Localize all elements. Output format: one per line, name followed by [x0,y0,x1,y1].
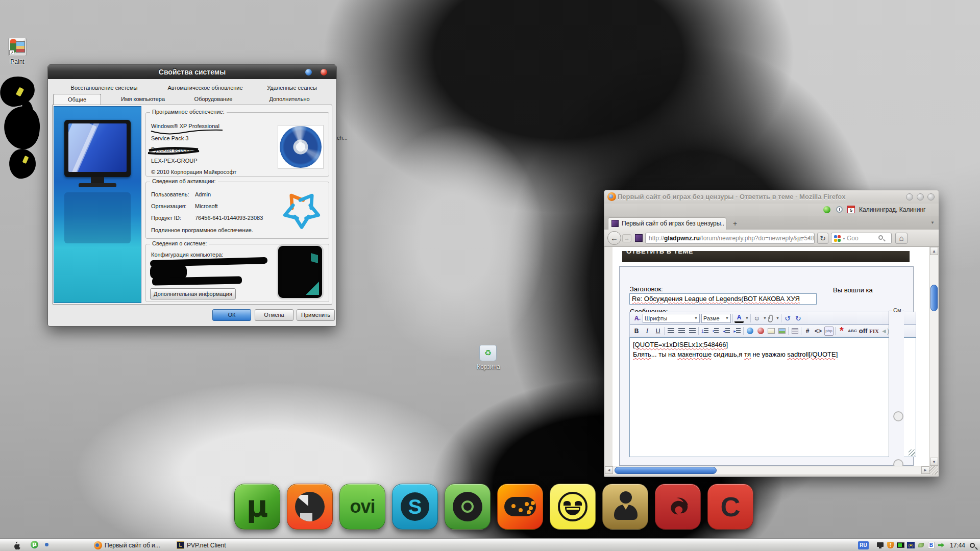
quote-icon[interactable] [790,327,799,336]
new-tab-button[interactable]: + [729,219,741,229]
close-button[interactable] [927,193,935,201]
align-center-icon[interactable] [677,327,686,336]
close-button[interactable] [321,69,327,76]
smiley-dropdown-icon[interactable]: ▼ [763,316,767,320]
ok-button[interactable]: ОК [212,309,251,321]
message-textarea[interactable]: [QUOTE=x1xDISELx1x;548466] Блять... ты н… [629,337,916,457]
paint-label[interactable]: Paint [3,58,32,65]
tab-remote-sessions[interactable]: Удаленные сеансы [251,83,333,92]
minimize-button[interactable] [906,193,913,201]
align-left-icon[interactable] [666,327,675,336]
tab-system-restore[interactable]: Восстановление системы [58,83,150,92]
clock-icon[interactable] [836,206,843,213]
indent-icon[interactable]: ▸ [732,327,742,336]
insert-link-icon[interactable] [745,327,754,336]
power-icon[interactable] [897,541,904,549]
window-resize-grip[interactable] [929,466,938,474]
scroll-down-icon[interactable]: ▼ [930,458,938,466]
start-apple-icon[interactable] [12,540,21,549]
fix-icon[interactable]: FIX [869,327,879,336]
list-all-tabs-icon[interactable]: ▼ [930,220,935,225]
apply-button[interactable]: Применить [297,309,335,321]
search-magnifier-icon[interactable] [878,235,883,240]
font-color-icon[interactable]: A [734,314,744,323]
undo-icon[interactable]: ↺ [783,314,792,323]
tab-advanced[interactable]: Дополнительно [251,94,328,104]
dialog-titlebar[interactable]: Свойства системы [48,65,336,79]
maximize-button[interactable] [917,193,924,201]
tab-general[interactable]: Общие [53,94,101,105]
dock-c-app-icon[interactable]: C [707,484,753,530]
dock-contacts-icon[interactable] [602,484,648,530]
smiley-image[interactable] [893,411,903,421]
size-select[interactable]: Разме▼ [701,314,731,323]
underline-icon[interactable]: U [653,327,663,336]
search-engine-dropdown-icon[interactable]: ▼ [842,237,846,240]
url-dropdown-icon[interactable]: ▼ [807,234,811,244]
language-indicator[interactable]: RU [858,541,869,549]
font-select[interactable]: Шрифты▼ [643,314,700,323]
dock-utorrent-icon[interactable]: µ [234,484,280,530]
safely-remove-icon[interactable] [938,541,945,549]
abc-icon[interactable]: ABC [848,327,857,336]
off-icon[interactable]: off [859,327,868,336]
clock-time[interactable]: 17:44 [948,542,967,549]
horizontal-scrollbar[interactable]: ◄ ► [605,466,929,474]
recycle-bin-icon[interactable]: ♻ [479,345,497,361]
firefox-titlebar[interactable]: Первый сайт об играх без цензуры - Ответ… [604,190,939,204]
redo-icon[interactable]: ↻ [794,314,803,323]
search-magnifier-icon[interactable] [970,543,975,548]
security-shield-icon[interactable]: ! [887,541,894,549]
more-info-button[interactable]: Дополнительная информация [150,288,236,299]
tab-automatic-updates[interactable]: Автоматическое обновление [156,83,254,92]
dock-games-icon[interactable] [497,484,543,530]
status-orb-icon[interactable] [823,206,830,213]
minimize-button[interactable] [305,69,312,76]
insert-email-icon[interactable] [767,327,776,336]
taskbar-task-pvpnet[interactable]: L PVP.net Client [174,540,229,550]
weather-city[interactable]: Калининград, Калининг [859,206,939,213]
code-icon[interactable]: <> [814,327,823,336]
scroll-left-icon[interactable]: ◄ [605,466,613,474]
italic-icon[interactable]: I [643,327,652,336]
network-icon[interactable] [876,541,884,549]
hash-icon[interactable]: # [803,327,812,336]
google-logo-icon[interactable] [834,235,841,242]
remove-format-icon[interactable]: A̶ [632,314,641,323]
ordered-list-icon[interactable]: 1 [700,327,709,336]
volume-icon[interactable]: (●) [907,541,915,549]
active-tab[interactable]: Первый сайт об играх без цензуры... [608,217,726,230]
recycle-bin-label[interactable]: Корзина [473,363,504,370]
taskbar-task-firefox[interactable]: Первый сайт об и... [91,540,163,550]
home-button[interactable]: ⌂ [895,233,908,244]
back-button[interactable]: ← [607,231,621,245]
outdent-icon[interactable]: ◂ [722,327,731,336]
forward-button[interactable]: → [622,234,631,242]
bluetooth-icon[interactable]: B [927,541,935,549]
smiley-icon[interactable]: ☺ [752,314,762,323]
calendar-icon[interactable]: 5 [847,206,855,213]
title-input[interactable]: Re: Обсуждения League of Legends(ВОТ КАК… [629,293,817,305]
url-bar[interactable]: http://gladpwnz.ru/forum/newreply.php?do… [645,233,815,244]
bold-icon[interactable]: B [632,327,641,336]
horizontal-scroll-thumb[interactable] [615,467,717,474]
quicklaunch-utorrent-icon[interactable]: µ [31,541,38,548]
search-box[interactable]: ▼ Goo [831,233,892,244]
tab-hardware[interactable]: Оборудование [183,94,244,104]
php-icon[interactable]: php [824,327,834,336]
nvidia-icon[interactable] [917,541,925,549]
tab-computer-name[interactable]: Имя компьютера [105,94,181,104]
align-right-icon[interactable] [688,327,697,336]
unlink-icon[interactable] [756,327,765,336]
scroll-up-icon[interactable]: ▲ [930,247,938,255]
dock-garena-icon[interactable] [655,484,701,530]
textarea-resize-grip[interactable] [909,449,915,456]
dock-ovi-icon[interactable]: ovi [339,484,385,530]
insert-image-icon[interactable] [777,327,787,336]
scroll-right-icon[interactable]: ► [921,466,929,474]
smiley-image[interactable] [893,459,903,466]
bookmark-star-icon[interactable]: ☆ [798,234,804,244]
dock-chrome-icon[interactable] [445,484,491,530]
reload-button[interactable]: ↻ [817,233,828,244]
dock-skype-icon[interactable]: S [392,484,438,530]
